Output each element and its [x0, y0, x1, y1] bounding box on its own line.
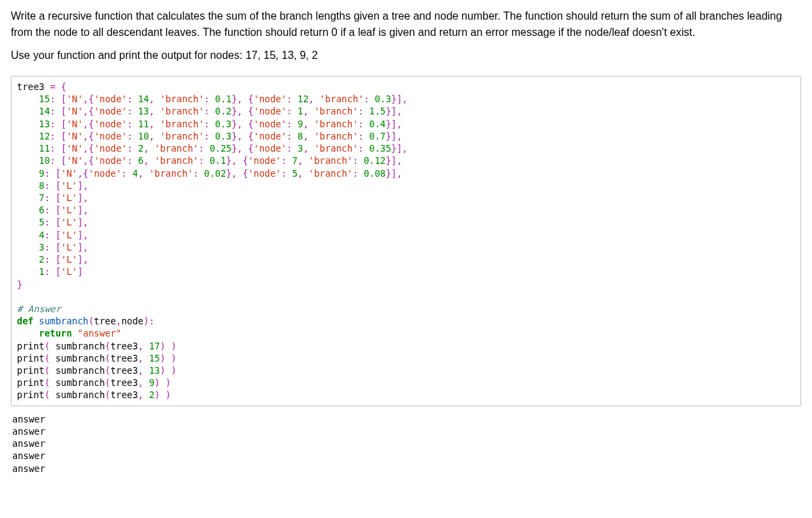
- code-line[interactable]: 2: ['L'],: [17, 253, 795, 265]
- output-line: answer: [12, 425, 801, 437]
- output-line: answer: [12, 450, 801, 462]
- code-line[interactable]: 15: ['N',{'node': 14, 'branch': 0.1}, {'…: [17, 93, 795, 105]
- code-line[interactable]: [17, 290, 795, 303]
- code-line[interactable]: tree3 = {: [17, 81, 795, 93]
- code-line[interactable]: 12: ['N',{'node': 10, 'branch': 0.3}, {'…: [17, 130, 795, 142]
- prompt-paragraph-1: Write a recursive function that calculat…: [11, 8, 801, 41]
- code-line[interactable]: 14: ['N',{'node': 13, 'branch': 0.2}, {'…: [17, 105, 795, 117]
- output-line: answer: [12, 437, 801, 450]
- code-cell[interactable]: tree3 = { 15: ['N',{'node': 14, 'branch'…: [11, 76, 801, 406]
- code-line[interactable]: 3: ['L'],: [17, 241, 795, 253]
- code-line[interactable]: 1: ['L']: [17, 265, 795, 278]
- code-line[interactable]: 5: ['L'],: [17, 216, 795, 228]
- markdown-cell: Write a recursive function that calculat…: [11, 8, 801, 64]
- code-line[interactable]: return "answer": [17, 327, 795, 339]
- code-line[interactable]: 7: ['L'],: [17, 192, 795, 204]
- code-line[interactable]: 9: ['N',{'node': 4, 'branch': 0.02}, {'n…: [17, 167, 795, 179]
- code-line[interactable]: 8: ['L'],: [17, 179, 795, 192]
- output-line: answer: [12, 413, 801, 425]
- code-line[interactable]: print( sumbranch(tree3, 2) ): [17, 389, 795, 401]
- code-line[interactable]: print( sumbranch(tree3, 9) ): [17, 376, 795, 389]
- notebook-page: Write a recursive function that calculat…: [0, 0, 812, 483]
- code-line[interactable]: print( sumbranch(tree3, 13) ): [17, 364, 795, 376]
- code-line[interactable]: 6: ['L'],: [17, 204, 795, 216]
- code-line[interactable]: 13: ['N',{'node': 11, 'branch': 0.3}, {'…: [17, 118, 795, 130]
- code-line[interactable]: def sumbranch(tree,node):: [17, 315, 795, 327]
- code-line[interactable]: print( sumbranch(tree3, 15) ): [17, 352, 795, 364]
- code-output: answeransweransweransweranswer: [11, 413, 801, 475]
- code-line[interactable]: print( sumbranch(tree3, 17) ): [17, 340, 795, 352]
- code-line[interactable]: }: [17, 278, 795, 290]
- output-line: answer: [12, 462, 801, 475]
- code-line[interactable]: 10: ['N',{'node': 6, 'branch': 0.1}, {'n…: [17, 154, 795, 167]
- code-line[interactable]: 11: ['N',{'node': 2, 'branch': 0.25}, {'…: [17, 142, 795, 154]
- code-line[interactable]: 4: ['L'],: [17, 229, 795, 241]
- prompt-paragraph-2: Use your function and print the output f…: [11, 47, 801, 64]
- code-line[interactable]: # Answer: [17, 303, 795, 315]
